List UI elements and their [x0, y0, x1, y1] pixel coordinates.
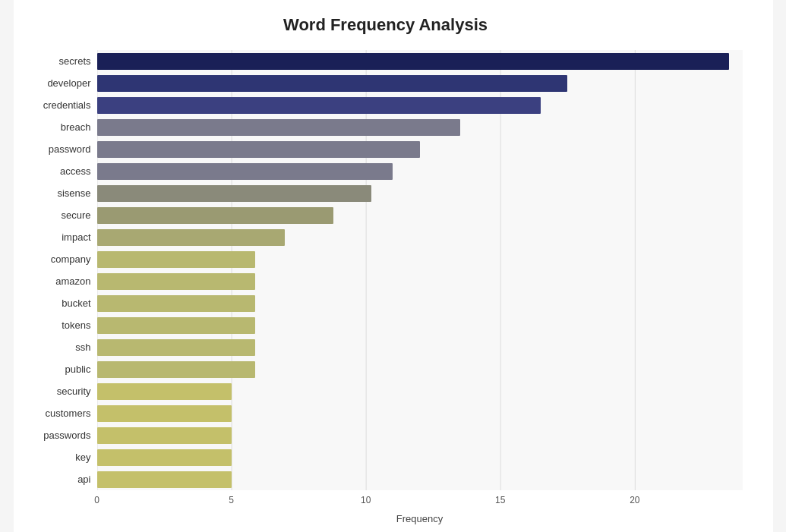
x-tick-0: 0: [94, 495, 99, 505]
bar-row-ssh: [97, 336, 743, 358]
bar-row-secrets: [97, 50, 743, 72]
y-label-ssh: ssh: [75, 336, 90, 358]
bar-ssh: [97, 339, 256, 356]
bar-row-api: [97, 468, 743, 490]
bar-row-access: [97, 160, 743, 182]
bar-row-secure: [97, 204, 743, 226]
y-label-credentials: credentials: [43, 94, 91, 116]
y-label-security: security: [57, 380, 91, 402]
y-label-secure: secure: [61, 204, 90, 226]
bar-row-amazon: [97, 270, 743, 292]
bar-customers: [97, 405, 232, 422]
bar-row-public: [97, 358, 743, 380]
y-label-bucket: bucket: [62, 292, 90, 314]
bar-secure: [97, 207, 334, 224]
x-axis-ticks: 05101520: [97, 490, 743, 512]
bar-breach: [97, 119, 460, 136]
bar-row-tokens: [97, 314, 743, 336]
chart-title: Word Frequency Analysis: [29, 15, 743, 35]
y-label-developer: developer: [47, 72, 90, 94]
y-label-api: api: [77, 468, 90, 490]
bar-row-sisense: [97, 182, 743, 204]
y-label-key: key: [75, 446, 90, 468]
bar-row-company: [97, 248, 743, 270]
bar-row-developer: [97, 72, 743, 94]
y-label-customers: customers: [46, 402, 91, 424]
bar-public: [97, 361, 256, 378]
y-axis: secretsdevelopercredentialsbreachpasswor…: [29, 50, 97, 490]
bar-secrets: [97, 53, 729, 70]
bar-developer: [97, 75, 568, 92]
bar-row-breach: [97, 116, 743, 138]
x-tick-10: 10: [361, 495, 371, 505]
bar-row-key: [97, 446, 743, 468]
bar-row-password: [97, 138, 743, 160]
bar-row-customers: [97, 402, 743, 424]
bar-access: [97, 163, 393, 180]
bar-passwords: [97, 427, 232, 444]
chart-container: Word Frequency Analysis secretsdeveloper…: [14, 0, 773, 532]
bar-row-security: [97, 380, 743, 402]
bar-row-credentials: [97, 94, 743, 116]
bar-api: [97, 471, 232, 488]
bar-key: [97, 449, 232, 466]
bars-container: [97, 50, 743, 490]
bar-row-bucket: [97, 292, 743, 314]
y-label-sisense: sisense: [57, 182, 90, 204]
bars-wrapper: [97, 50, 743, 490]
y-label-company: company: [51, 248, 91, 270]
x-tick-20: 20: [630, 495, 639, 505]
bar-impact: [97, 229, 286, 246]
bar-row-passwords: [97, 424, 743, 446]
x-axis-label: Frequency: [29, 513, 743, 524]
y-label-tokens: tokens: [62, 314, 90, 336]
x-tick-15: 15: [495, 495, 505, 505]
y-label-password: password: [49, 138, 91, 160]
bar-sisense: [97, 185, 371, 202]
bar-amazon: [97, 273, 256, 290]
y-label-breach: breach: [61, 116, 91, 138]
y-label-public: public: [65, 358, 91, 380]
bar-company: [97, 251, 256, 268]
y-label-access: access: [60, 160, 90, 182]
bar-bucket: [97, 295, 256, 312]
y-label-passwords: passwords: [43, 424, 90, 446]
y-label-impact: impact: [62, 226, 90, 248]
x-tick-5: 5: [229, 495, 234, 505]
y-label-secrets: secrets: [59, 50, 91, 72]
bar-row-impact: [97, 226, 743, 248]
bar-password: [97, 141, 420, 158]
bar-tokens: [97, 317, 256, 334]
bar-credentials: [97, 97, 541, 114]
bar-security: [97, 383, 232, 400]
y-label-amazon: amazon: [55, 270, 90, 292]
